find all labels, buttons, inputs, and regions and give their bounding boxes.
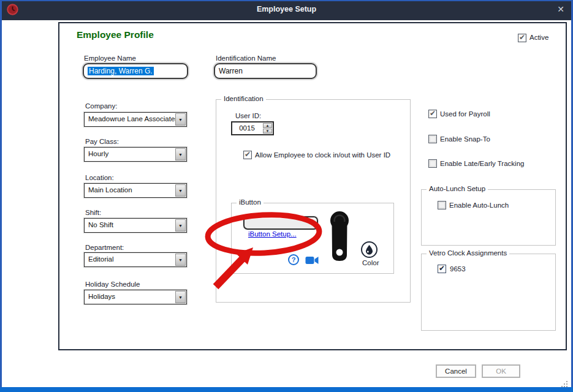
enable-auto-lunch-label: Enable Auto-Lunch (449, 202, 509, 209)
profile-setup-panel: Employee Profile Active Employee Name Ha… (58, 22, 567, 350)
employee-setup-dialog: Employee Setup ✕ Employee Profile Active… (0, 0, 573, 392)
company-dropdown[interactable]: Meadowrue Lane Associates ▼ (84, 112, 187, 127)
user-id-label: User ID: (235, 112, 261, 119)
identification-name-value: Warren (219, 67, 243, 75)
used-for-payroll-label: Used for Payroll (440, 110, 490, 118)
company-label: Company: (85, 102, 117, 110)
location-label: Location: (85, 174, 114, 181)
ok-button[interactable]: OK (482, 364, 520, 378)
color-button-label: Color (362, 259, 379, 266)
window-border-top (0, 0, 573, 1)
spin-up-icon[interactable]: ▲ (263, 123, 272, 128)
company-value: Meadowrue Lane Associates (88, 115, 178, 123)
window-border-left (0, 0, 2, 392)
holiday-schedule-label: Holiday Schedule (85, 281, 140, 288)
chevron-down-icon[interactable]: ▼ (175, 113, 186, 126)
location-value: Main Location (88, 186, 132, 194)
shift-dropdown[interactable]: No Shift ▼ (84, 218, 187, 233)
ibutton-fob-image (330, 211, 349, 264)
employee-name-label: Employee Name (84, 55, 136, 62)
enable-snap-to-label: Enable Snap-To (440, 135, 490, 143)
title-bar: Employee Setup ✕ (0, 0, 573, 20)
vetro-clock-group-title: Vetro Clock Assignments (427, 249, 509, 257)
employee-name-input[interactable]: Harding, Warren G. (83, 63, 188, 79)
chevron-down-icon[interactable]: ▼ (175, 291, 186, 303)
holiday-schedule-dropdown[interactable]: Holidays ▼ (84, 290, 187, 304)
ibutton-group-title: iButton (237, 198, 264, 206)
enable-late-early-checkbox[interactable] (428, 159, 437, 168)
location-dropdown[interactable]: Main Location ▼ (84, 183, 187, 198)
spin-down-icon[interactable]: ▼ (263, 129, 272, 134)
window-title: Employee Setup (0, 5, 573, 13)
chevron-down-icon[interactable]: ▼ (175, 254, 186, 266)
chevron-down-icon[interactable]: ▼ (175, 148, 186, 160)
shift-value: No Shift (88, 221, 113, 228)
close-icon[interactable]: ✕ (557, 4, 564, 14)
enable-auto-lunch-checkbox[interactable] (438, 201, 446, 209)
used-for-payroll-checkbox[interactable] (428, 110, 437, 118)
holiday-schedule-value: Holidays (88, 293, 115, 300)
help-icon[interactable]: ? (288, 254, 299, 265)
auto-lunch-group-title: Auto-Lunch Setup (427, 185, 488, 192)
window-border-bottom (0, 387, 573, 392)
allow-clock-checkbox[interactable] (243, 151, 252, 159)
user-id-value: 0015 (232, 124, 262, 132)
identification-name-label: Identification Name (216, 55, 276, 62)
droplet-icon (362, 243, 376, 257)
chevron-down-icon[interactable]: ▼ (175, 219, 186, 232)
enable-snap-to-checkbox[interactable] (428, 135, 437, 143)
employee-name-value: Harding, Warren G. (88, 67, 154, 75)
cancel-button[interactable]: Cancel (436, 364, 476, 378)
color-button[interactable] (361, 241, 378, 258)
enable-late-early-label: Enable Late/Early Tracking (440, 160, 524, 167)
resize-grip[interactable] (560, 380, 567, 387)
pay-class-dropdown[interactable]: Hourly ▼ (84, 147, 187, 162)
pay-class-value: Hourly (88, 150, 108, 157)
chevron-down-icon[interactable]: ▼ (175, 184, 186, 197)
ibutton-setup-link[interactable]: iButton Setup... (248, 230, 297, 238)
video-camera-icon[interactable] (305, 255, 319, 265)
active-label: Active (529, 34, 548, 41)
identification-name-input[interactable]: Warren (214, 63, 317, 79)
user-id-stepper[interactable]: 0015 ▲ ▼ (231, 121, 274, 135)
ibutton-serial-input[interactable] (243, 216, 318, 230)
pay-class-label: Pay Class: (85, 138, 119, 145)
auto-lunch-group: Auto-Lunch Setup (421, 189, 556, 246)
department-value: Editorial (88, 255, 114, 263)
department-dropdown[interactable]: Editorial ▼ (84, 252, 187, 267)
active-checkbox[interactable] (518, 34, 526, 42)
department-label: Department: (85, 244, 124, 251)
page-title: Employee Profile (77, 29, 154, 40)
shift-label: Shift: (85, 209, 101, 216)
vetro-clock-id-label: 9653 (450, 265, 466, 273)
identification-group-title: Identification (221, 95, 266, 102)
vetro-clock-checkbox[interactable] (438, 265, 446, 273)
allow-clock-label: Allow Employee to clock in/out with User… (255, 151, 390, 159)
